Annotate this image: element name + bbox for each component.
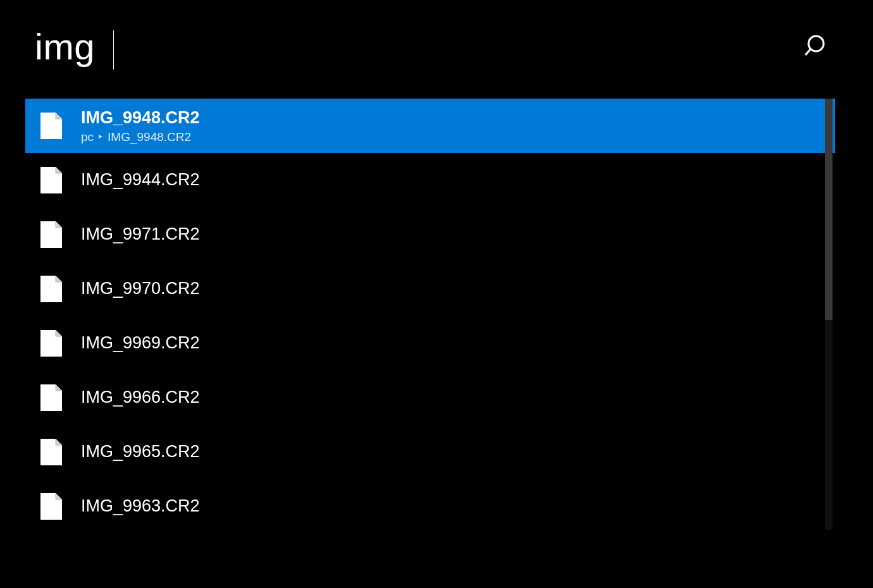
search-input[interactable]	[35, 25, 604, 68]
result-path: pc▸IMG_9948.CR2	[81, 130, 200, 144]
file-icon	[40, 221, 62, 248]
result-item[interactable]: IMG_9970.CR2	[25, 262, 835, 316]
result-text: IMG_9963.CR2	[81, 496, 200, 516]
result-name: IMG_9965.CR2	[81, 442, 200, 462]
svg-marker-23	[56, 384, 62, 391]
result-text: IMG_9971.CR2	[81, 224, 200, 244]
results-list: IMG_9948.CR2pc▸IMG_9948.CR2 IMG_9944.CR2…	[25, 99, 835, 534]
result-name: IMG_9948.CR2	[81, 108, 200, 128]
svg-marker-11	[56, 221, 62, 228]
result-item[interactable]: IMG_9966.CR2	[25, 371, 835, 425]
result-path-leaf: IMG_9948.CR2	[108, 130, 191, 144]
result-text: IMG_9965.CR2	[81, 442, 200, 462]
scrollbar-track[interactable]	[825, 99, 833, 530]
svg-line-1	[806, 49, 810, 54]
result-item[interactable]: IMG_9965.CR2	[25, 425, 835, 479]
file-icon	[40, 439, 62, 465]
file-icon	[40, 167, 62, 193]
search-app: IMG_9948.CR2pc▸IMG_9948.CR2 IMG_9944.CR2…	[0, 0, 873, 588]
result-text: IMG_9966.CR2	[81, 388, 200, 407]
result-item[interactable]: IMG_9969.CR2	[25, 316, 835, 371]
svg-marker-7	[56, 167, 62, 173]
result-name: IMG_9970.CR2	[81, 279, 200, 298]
result-name: IMG_9963.CR2	[81, 496, 200, 516]
svg-marker-31	[56, 493, 62, 499]
result-name: IMG_9944.CR2	[81, 170, 200, 190]
search-button[interactable]	[800, 28, 835, 65]
file-icon	[40, 493, 62, 520]
svg-marker-15	[56, 276, 62, 282]
file-icon	[40, 113, 62, 139]
search-icon	[805, 33, 830, 60]
search-header	[0, 0, 873, 87]
result-item[interactable]: IMG_9944.CR2	[25, 153, 835, 207]
result-text: IMG_9948.CR2pc▸IMG_9948.CR2	[81, 108, 200, 144]
file-icon	[40, 276, 62, 302]
svg-marker-27	[56, 439, 62, 445]
file-icon	[40, 330, 62, 357]
chevron-right-icon: ▸	[99, 132, 102, 141]
result-item[interactable]: IMG_9971.CR2	[25, 207, 835, 262]
result-name: IMG_9966.CR2	[81, 388, 200, 407]
result-name: IMG_9971.CR2	[81, 224, 200, 244]
search-input-wrap	[35, 25, 604, 68]
results-viewport: IMG_9948.CR2pc▸IMG_9948.CR2 IMG_9944.CR2…	[25, 99, 835, 588]
text-caret	[113, 30, 114, 70]
result-item[interactable]: IMG_9948.CR2pc▸IMG_9948.CR2	[25, 99, 835, 153]
result-text: IMG_9969.CR2	[81, 333, 200, 353]
scrollbar-thumb[interactable]	[825, 99, 833, 320]
result-name: IMG_9969.CR2	[81, 333, 200, 353]
result-text: IMG_9944.CR2	[81, 170, 200, 190]
svg-marker-3	[56, 113, 62, 119]
svg-marker-19	[56, 330, 62, 336]
result-text: IMG_9970.CR2	[81, 279, 200, 298]
result-item[interactable]: IMG_9963.CR2	[25, 479, 835, 534]
result-path-root: pc	[81, 130, 94, 144]
file-icon	[40, 384, 62, 411]
